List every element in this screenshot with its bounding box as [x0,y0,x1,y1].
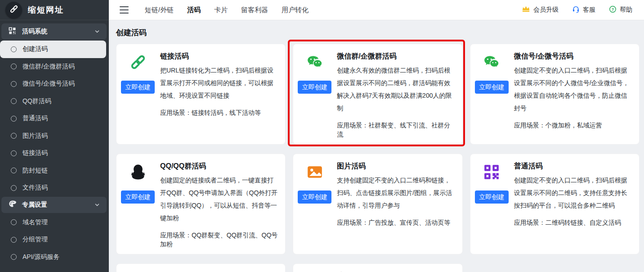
sidebar-item-label: 链接活码 [22,149,48,157]
create-now-button[interactable]: 立即创建 [298,81,331,94]
card-description: 支持创建固定不变的入口二维码和链接，扫码、点击链接后展示图片/图组，展示活动详情… [337,174,456,212]
app-title: 缩短网址 [28,5,64,15]
create-now-button[interactable]: 立即创建 [298,190,331,204]
card-body: 图片活码 支持创建固定不变的入口二维码和链接，扫码、点击链接后展示图片/图组，展… [337,160,456,249]
empty-grid-cell [470,263,640,272]
card-cell: 立即创建 文件活码 支持创建固定不变的入口二维码和链接，扫码、点击链接后展示文件… [116,263,286,272]
create-now-button[interactable]: 立即创建 [475,190,509,204]
card-title: QQ/QQ群活码 [160,161,279,171]
sidebar-item-label: 域名管理 [22,218,48,227]
radio-circle-icon [11,219,17,225]
sidebar-item-label: 微信群/企微群活码 [22,63,75,71]
card-title: 微信群/企微群活码 [337,51,456,61]
card-qq-huoma: 立即创建 QQ/QQ群活码 创建固定的链接或者二维码，一键直接打开QQ群、QQ号… [116,154,286,254]
card-wechat-group-huoma: 立即创建 微信群/企微群活码 创建永久有效的微信群二维码，扫码后根据设置展示不同… [293,44,462,145]
sidebar-item-label: 普通活码 [22,114,48,122]
card-left: 立即创建 [298,50,331,139]
sidebar-item-normal-huoma[interactable]: 普通活码 [0,110,109,127]
card-left: 立即创建 [298,270,331,272]
chevron-down-icon [94,202,100,208]
sidebar-section-label: 专属设置 [22,201,47,209]
help-button[interactable]: ? 帮助 [609,5,632,14]
sidebar-item-domain-management[interactable]: 域名管理 [0,214,109,231]
card-description: 把URL链接转化为二维码，扫码后根据设置展示打开不同或相同的链接，可以根据地域、… [160,64,279,102]
sidebar-item-link-huoma[interactable]: 链接活码 [0,145,109,162]
sidebar-item-wechat-group-huoma[interactable]: 微信群/企微群活码 [0,58,109,76]
sidebar-item-label: 创建活码 [22,45,48,53]
customer-service-button[interactable]: 客服 [572,5,595,14]
qr-grid-icon [9,27,16,36]
cards-grid: 立即创建 链接活码 把URL链接转化为二维码，扫码后根据设置展示打开不同或相同的… [116,44,640,272]
hamburger-icon[interactable] [120,6,129,14]
card-left: 立即创建 [121,160,155,249]
sidebar-section-label: 活码系统 [22,27,47,36]
link-icon [130,54,147,71]
card-cell: 立即创建 普通活码 创建固定不变的入口二维码，扫码后根据设置展示不同的二维码，支… [470,154,640,254]
card-body: QQ/QQ群活码 创建固定的链接或者二维码，一键直接打开QQ群、QQ号申请加入界… [160,160,279,249]
card-wechat-id-huoma: 立即创建 微信号/企微号活码 创建固定不变的入口二维码，扫码后根据设置展示不同的… [470,44,640,145]
sidebar-item-label: 分组管理 [22,236,48,244]
radio-circle-icon [11,237,17,243]
card-description: 创建固定不变的入口二维码，扫码后根据设置展示不同的二维码，支持任意支持长按扫码的… [514,174,633,212]
sidebar-item-group-management[interactable]: 分组管理 [0,231,109,249]
card-scene: 应用场景：社群裂变、线下引流、社群分流 [337,121,456,139]
sidebar: 缩短网址 活码系统 创建活码 微信群/企微群活码 [0,0,109,272]
sidebar-item-file-huoma[interactable]: 文件活码 [0,179,109,197]
radio-circle-icon [11,81,17,87]
sidebar-section-huoma-system[interactable]: 活码系统 [1,23,107,40]
crown-icon [522,5,530,14]
help-icon: ? [609,5,617,14]
card-body: 普通活码 创建固定不变的入口二维码，扫码后根据设置展示不同的二维码，支持任意支持… [514,160,633,249]
customer-service-label: 客服 [583,6,595,14]
card-description: 创建永久有效的微信群二维码，扫码后根据设置展示不同的二维码，群活码能有效解决入群… [337,64,456,114]
main-content: 创建活码 立即创建 链接活码 把URL链接转化为二维码，扫码后根据设 [109,20,644,272]
qq-penguin-icon [130,163,147,181]
create-now-button[interactable]: 立即创建 [121,81,155,94]
card-title: 链接活码 [160,51,279,61]
create-now-button[interactable]: 立即创建 [121,190,155,204]
card-cell: 立即创建 链接活码 把URL链接转化为二维码，扫码后根据设置展示打开不同或相同的… [116,44,286,145]
card-normal-huoma: 立即创建 普通活码 创建固定不变的入口二维码，扫码后根据设置展示不同的二维码，支… [470,154,640,254]
card-body: 微信群/企微群活码 创建永久有效的微信群二维码，扫码后根据设置展示不同的二维码，… [337,50,456,139]
radio-circle-icon [11,185,17,191]
card-file-huoma: 立即创建 文件活码 支持创建固定不变的入口二维码和链接，扫码、点击链接后展示文件… [116,263,286,272]
card-left: 立即创建 [475,160,509,249]
palette-icon [9,200,16,209]
radio-circle-icon [11,133,17,139]
card-title: 微信号/企微号活码 [514,51,633,61]
card-scene: 应用场景：链接转活码，线下活动等 [160,108,279,117]
radio-circle-icon [11,63,17,69]
member-upgrade-button[interactable]: 会员升级 [522,5,559,14]
tab-huoma[interactable]: 活码 [187,6,201,14]
topbar: 短链/外链 活码 卡片 留客利器 用户转化 会员升级 客服 [109,0,644,20]
sidebar-item-image-huoma[interactable]: 图片活码 [0,127,109,145]
sidebar-item-qq-group-huoma[interactable]: QQ群活码 [0,93,109,110]
sidebar-item-antiblock-shortlink[interactable]: 防封短链 [0,162,109,180]
card-description: 创建固定的链接或者二维码，一键直接打开QQ群、QQ号申请加入界面（QQ外打开引导… [160,174,279,224]
help-label: 帮助 [620,6,632,14]
card-left: 立即创建 [121,50,155,139]
card-body: 微信号/企微号活码 创建固定不变的入口二维码，扫码后根据设置展示不同的个人微信号… [514,50,633,139]
chevron-down-icon [94,28,100,35]
sidebar-item-create-huoma[interactable]: 创建活码 [0,41,106,58]
app-root: 缩短网址 活码系统 创建活码 微信群/企微群活码 [0,0,644,272]
qr-code-icon [483,163,500,181]
tab-shortlink[interactable]: 短链/外链 [145,6,174,14]
content-column: 短链/外链 活码 卡片 留客利器 用户转化 会员升级 客服 [109,0,644,272]
tab-card[interactable]: 卡片 [214,6,228,14]
wechat-icon [483,54,500,71]
card-title: 图片活码 [337,161,456,171]
sidebar-item-wechat-id-huoma[interactable]: 微信号/企微号活码 [0,75,109,93]
card-scene: 应用场景：QQ群裂变、QQ群引流、QQ号加粉 [160,231,279,249]
tab-conversion[interactable]: 用户转化 [282,6,309,14]
sidebar-item-api-source-service[interactable]: API/源码服务 [0,249,109,266]
card-scene: 应用场景：个微加粉，私域运营 [514,121,633,130]
sidebar-menu: 活码系统 创建活码 微信群/企微群活码 微信号/企微号活码 QQ群活码 [0,20,109,266]
tab-retention[interactable]: 留客利器 [241,6,268,14]
sidebar-section-exclusive-settings[interactable]: 专属设置 [1,197,107,213]
card-cell: 立即创建 微信号/企微号活码 创建固定不变的入口二维码，扫码后根据设置展示不同的… [470,44,640,145]
headset-icon [572,5,580,14]
card-scene: 应用场景：二维码转链接、自定义活码 [514,218,633,227]
create-now-button[interactable]: 立即创建 [475,81,509,94]
radio-circle-icon [11,46,17,52]
